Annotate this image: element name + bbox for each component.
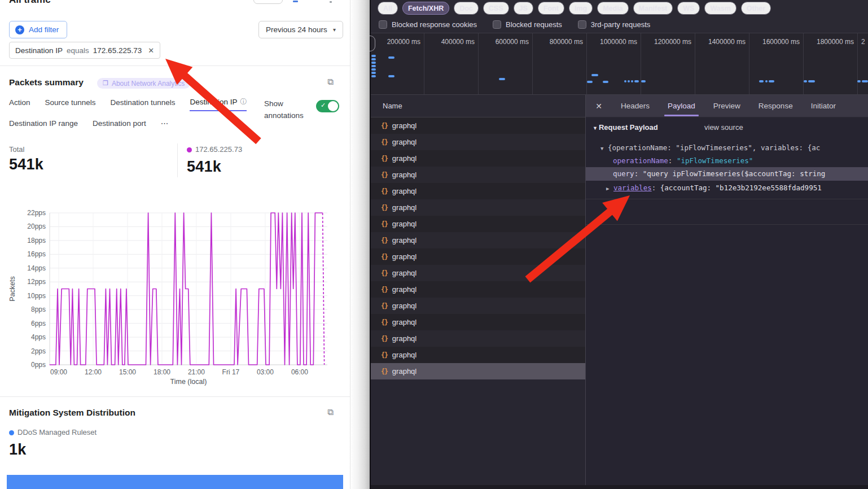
json-key: operationName xyxy=(586,156,668,165)
packets-tab-destination-port[interactable]: Destination port xyxy=(93,119,146,131)
request-row[interactable]: {}graphql xyxy=(371,298,585,314)
clock-icon[interactable]: ◷ xyxy=(188,78,195,87)
request-name: graphql xyxy=(392,121,417,130)
packets-tab--[interactable]: ⋯ xyxy=(161,119,169,131)
request-payload-title: Request Payload xyxy=(599,123,658,132)
inspector-tab-preview[interactable]: Preview xyxy=(704,95,749,117)
filter-pill-ws[interactable]: WS xyxy=(677,2,700,15)
x-tick-label: 18:00 xyxy=(154,368,170,376)
filter-pill-fetch-xhr[interactable]: Fetch/XHR xyxy=(402,2,449,15)
request-activity-mark xyxy=(371,55,376,57)
close-icon[interactable]: ✕ xyxy=(148,46,154,55)
timeline-gridline xyxy=(749,33,749,95)
request-row[interactable]: {}graphql xyxy=(371,265,585,281)
request-row[interactable]: {}graphql xyxy=(371,183,585,199)
partial-toolbar-button[interactable] xyxy=(253,0,283,4)
payload-summary-row[interactable]: ▼ {{operationName: "ipFlowTimeseries", v… xyxy=(586,141,868,154)
filter-pill-wasm[interactable]: Wasm xyxy=(704,2,736,15)
filter-chip[interactable]: Destination IP equals 172.65.225.73 ✕ xyxy=(9,42,160,59)
inspector-tab-response[interactable]: Response xyxy=(749,95,802,117)
inspector-tab-payload[interactable]: Payload xyxy=(659,95,704,117)
add-filter-button[interactable]: + Add filter xyxy=(9,21,67,38)
y-tick-label: 20pps xyxy=(27,222,46,230)
filter-pill-js[interactable]: JS xyxy=(514,2,533,15)
window-resize-handle[interactable] xyxy=(370,36,375,51)
json-braces-icon: {} xyxy=(381,220,388,228)
filter-pill-other[interactable]: Other xyxy=(741,2,771,15)
timeline-gridline xyxy=(424,33,424,95)
request-activity-mark xyxy=(641,80,646,82)
filter-pill-all[interactable]: All xyxy=(378,2,398,15)
x-tick-label: 21:00 xyxy=(188,368,205,376)
expand-panel-icon[interactable]: ⧉ xyxy=(327,407,334,417)
x-tick-label: 09:00 xyxy=(50,368,67,376)
request-row[interactable]: {}graphql xyxy=(371,363,585,379)
stat-total-value: 541k xyxy=(9,156,43,173)
packets-tab-source-tunnels[interactable]: Source tunnels xyxy=(45,97,96,111)
name-column-header[interactable]: Name xyxy=(371,95,585,117)
payload-row-variables[interactable]: ▶ variables: {accountTag: "b12e3b2192ee5… xyxy=(586,181,868,195)
series-line xyxy=(50,213,323,365)
filter-pill-font[interactable]: Font xyxy=(538,2,564,15)
inspector-tab-headers[interactable]: Headers xyxy=(612,95,659,117)
request-row[interactable]: {}graphql xyxy=(371,199,585,216)
request-row[interactable]: {}graphql xyxy=(371,134,585,150)
y-tick-label: 8pps xyxy=(31,305,46,313)
inspector-tab-initiator[interactable]: Initiator xyxy=(802,95,845,117)
packets-tab-destination-tunnels[interactable]: Destination tunnels xyxy=(111,97,176,111)
filter-pill-css[interactable]: CSS xyxy=(483,2,509,15)
packets-tab-destination-ip[interactable]: Destination IPⓘ xyxy=(190,97,247,111)
request-activity-mark xyxy=(388,75,394,77)
checkbox-blocked-response-cookies[interactable]: Blocked response cookies xyxy=(379,20,477,29)
json-braces-icon: {} xyxy=(381,318,388,326)
timeline-time-label: 1600000 ms xyxy=(752,38,800,46)
stat-total-label: Total xyxy=(9,145,24,154)
request-row[interactable]: {}graphql xyxy=(371,347,585,363)
json-braces-icon: {} xyxy=(381,269,388,277)
about-network-analytics-badge[interactable]: ❒ About Network Analytics xyxy=(97,78,190,89)
y-tick-label: 10pps xyxy=(27,292,46,300)
checkbox-blocked-requests[interactable]: Blocked requests xyxy=(493,20,562,29)
json-braces-icon: {} xyxy=(381,138,388,146)
request-row[interactable]: {}graphql xyxy=(371,150,585,167)
request-payload-section[interactable]: ▼Request Payload xyxy=(593,123,658,132)
packets-tab-destination-ip-range[interactable]: Destination IP range xyxy=(9,119,78,131)
tab-label: Destination IP range xyxy=(9,119,78,128)
close-icon[interactable]: ✕ xyxy=(586,102,612,111)
annotations-toggle[interactable]: ✓ xyxy=(316,100,339,112)
request-name: graphql xyxy=(392,318,417,326)
filter-pill-manifest[interactable]: Manifest xyxy=(633,2,673,15)
checkbox-label: 3rd-party requests xyxy=(591,20,651,29)
request-activity-mark xyxy=(591,74,598,76)
request-row[interactable]: {}graphql xyxy=(371,232,585,248)
network-overview-timeline[interactable]: 200000 ms400000 ms600000 ms800000 ms1000… xyxy=(371,33,868,95)
request-activity-mark xyxy=(759,80,764,82)
request-row[interactable]: {}graphql xyxy=(371,248,585,265)
x-tick-label: 12:00 xyxy=(85,368,102,376)
info-icon[interactable]: ⓘ xyxy=(240,97,247,107)
request-row[interactable]: {}graphql xyxy=(371,330,585,347)
request-row[interactable]: {}graphql xyxy=(371,281,585,298)
request-row[interactable]: {}graphql xyxy=(371,216,585,232)
checkbox-icon xyxy=(578,20,586,29)
filter-pill-doc[interactable]: Doc xyxy=(454,2,479,15)
expand-panel-icon[interactable]: ⧉ xyxy=(327,77,334,87)
time-range-dropdown[interactable]: Previous 24 hours ▾ xyxy=(258,21,343,38)
request-activity-mark xyxy=(624,80,626,82)
payload-row-operationname[interactable]: operationName: "ipFlowTimeseries" xyxy=(586,154,868,167)
request-row[interactable]: {}graphql xyxy=(371,117,585,134)
filter-pill-media[interactable]: Media xyxy=(597,2,628,15)
packets-tab-action[interactable]: Action xyxy=(9,97,30,111)
filter-pill-img[interactable]: Img xyxy=(569,2,593,15)
x-tick-label: 03:00 xyxy=(257,368,274,376)
series-dot-icon xyxy=(187,147,192,152)
tab-label: Destination tunnels xyxy=(111,98,176,107)
request-row[interactable]: {}graphql xyxy=(371,167,585,183)
x-axis-title: Time (local) xyxy=(170,378,207,386)
request-row[interactable]: {}graphql xyxy=(371,314,585,330)
payload-row-query[interactable]: query: "query ipFlowTimeseries($accountT… xyxy=(586,167,868,181)
y-tick-label: 18pps xyxy=(27,237,46,244)
view-source-link[interactable]: view source xyxy=(704,123,743,132)
checkbox-3rd-party-requests[interactable]: 3rd-party requests xyxy=(578,20,651,29)
request-activity-mark xyxy=(371,58,376,60)
